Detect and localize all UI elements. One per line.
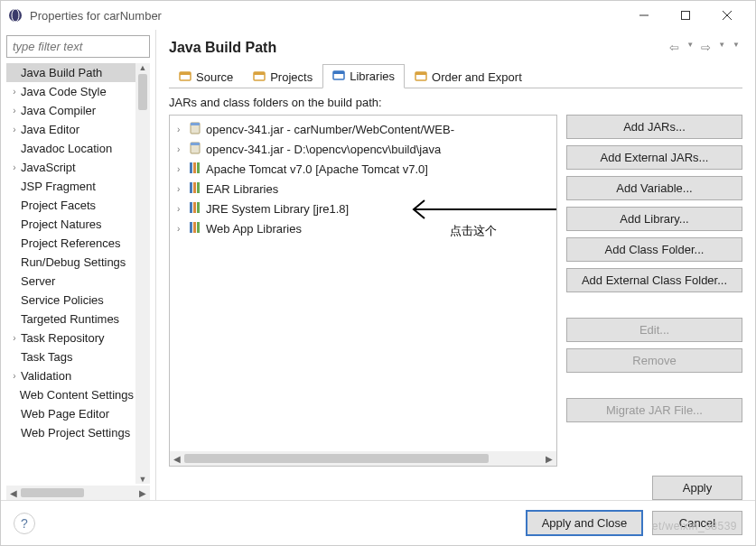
tab-label: Order and Export: [432, 70, 522, 84]
sidebar-item-label: Task Tags: [21, 350, 73, 364]
svg-rect-13: [415, 72, 426, 75]
library-icon: [188, 180, 206, 198]
nav-back-icon[interactable]: ⇦: [667, 39, 682, 56]
sidebar-item-label: Targeted Runtimes: [21, 312, 119, 326]
svg-rect-19: [193, 162, 196, 173]
sidebar-item-label: Server: [21, 274, 55, 288]
sidebar-item-label: Java Code Style: [21, 85, 107, 98]
tab-order-and-export[interactable]: Order and Export: [405, 64, 532, 88]
sidebar-item-java-compiler[interactable]: ›Java Compiler: [6, 101, 135, 120]
list-item[interactable]: ›EAR Libraries: [170, 179, 556, 199]
list-item[interactable]: ›opencv-341.jar - D:\opencv\opencv\build…: [170, 139, 556, 159]
remove-button[interactable]: Remove: [566, 348, 742, 373]
category-tree[interactable]: Java Build Path›Java Code Style›Java Com…: [6, 63, 135, 484]
maximize-button[interactable]: [665, 3, 706, 28]
migrate-jar-button[interactable]: Migrate JAR File...: [566, 398, 742, 422]
nav-forward-icon[interactable]: ⇨: [698, 39, 714, 56]
sidebar-item-targeted-runtimes[interactable]: Targeted Runtimes: [6, 310, 135, 329]
jar-list[interactable]: ›opencv-341.jar - carNumber/WebContent/W…: [169, 115, 557, 467]
sidebar-item-web-project-settings[interactable]: Web Project Settings: [6, 423, 135, 442]
nav-history: ⇦▼ ⇨▼ ▼: [667, 39, 742, 56]
sidebar-item-jsp-fragment[interactable]: JSP Fragment: [6, 177, 135, 196]
dropdown-icon[interactable]: ▼: [684, 39, 696, 56]
tab-label: Source: [196, 70, 233, 84]
jar-icon: [188, 121, 206, 138]
main-panel: Java Build Path ⇦▼ ⇨▼ ▼ SourceProjectsLi…: [156, 30, 755, 500]
tab-libraries[interactable]: Libraries: [322, 64, 405, 88]
list-scrollbar-horizontal[interactable]: ◀▶: [170, 451, 556, 466]
sidebar-item-label: Java Build Path: [21, 66, 102, 79]
add-external-class-folder-button[interactable]: Add External Class Folder...: [566, 268, 742, 292]
add-library-button[interactable]: Add Library...: [566, 207, 742, 231]
list-item-label: JRE System Library [jre1.8]: [206, 202, 349, 216]
apply-button[interactable]: Apply: [652, 476, 742, 500]
sidebar-item-label: Service Policies: [21, 293, 104, 307]
chevron-right-icon: ›: [177, 224, 188, 234]
sidebar-item-web-page-editor[interactable]: Web Page Editor: [6, 404, 135, 423]
titlebar: Properties for carNumber: [1, 1, 755, 30]
dropdown-icon[interactable]: ▼: [730, 39, 742, 56]
list-item[interactable]: ›Apache Tomcat v7.0 [Apache Tomcat v7.0]: [170, 159, 556, 179]
sidebar-scrollbar-horizontal[interactable]: ◀ ▶: [6, 486, 150, 500]
sidebar-item-java-build-path[interactable]: Java Build Path: [6, 63, 135, 82]
svg-point-0: [9, 9, 22, 22]
sidebar-item-web-content-settings[interactable]: Web Content Settings: [6, 385, 135, 404]
dropdown-icon[interactable]: ▼: [715, 39, 728, 56]
edit-button[interactable]: Edit...: [566, 318, 742, 342]
tab-icon: [253, 69, 266, 85]
help-icon[interactable]: ?: [14, 513, 35, 534]
add-variable-button[interactable]: Add Variable...: [566, 176, 742, 200]
close-button[interactable]: [706, 3, 748, 28]
sidebar-item-project-facets[interactable]: Project Facets: [6, 196, 135, 215]
filter-input[interactable]: [6, 35, 150, 58]
list-item[interactable]: ›Web App Libraries: [170, 218, 556, 238]
sidebar-item-label: Web Project Settings: [21, 426, 130, 440]
svg-rect-15: [191, 123, 200, 125]
list-item-label: Apache Tomcat v7.0 [Apache Tomcat v7.0]: [206, 162, 428, 176]
sidebar-item-project-references[interactable]: Project References: [6, 234, 135, 253]
list-item-label: opencv-341.jar - D:\opencv\opencv\build\…: [206, 143, 441, 156]
list-item[interactable]: ›JRE System Library [jre1.8]: [170, 199, 556, 218]
sidebar-item-run-debug-settings[interactable]: Run/Debug Settings: [6, 253, 135, 272]
sidebar: Java Build Path›Java Code Style›Java Com…: [1, 30, 156, 500]
tab-label: Projects: [270, 70, 313, 84]
sidebar-scrollbar-vertical[interactable]: ▲ ▼: [135, 63, 150, 484]
sidebar-item-label: Java Editor: [21, 123, 79, 136]
sidebar-item-label: Web Page Editor: [21, 407, 109, 421]
chevron-right-icon: ›: [8, 125, 21, 134]
sidebar-item-task-repository[interactable]: ›Task Repository: [6, 329, 135, 347]
sidebar-item-project-natures[interactable]: Project Natures: [6, 215, 135, 234]
svg-rect-7: [180, 72, 191, 75]
svg-rect-9: [254, 72, 265, 75]
sidebar-item-validation[interactable]: ›Validation: [6, 366, 135, 385]
chevron-right-icon: ›: [8, 371, 21, 381]
sidebar-item-java-code-style[interactable]: ›Java Code Style: [6, 82, 135, 101]
add-jars-button[interactable]: Add JARs...: [566, 115, 742, 139]
sidebar-item-java-editor[interactable]: ›Java Editor: [6, 120, 135, 139]
minimize-button[interactable]: [623, 3, 665, 28]
dialog-footer: ? Apply and Close Cancel: [1, 500, 755, 545]
sidebar-item-task-tags[interactable]: Task Tags: [6, 347, 135, 366]
sidebar-item-javascript[interactable]: ›JavaScript: [6, 158, 135, 177]
sidebar-item-label: Task Repository: [21, 331, 104, 345]
tab-source[interactable]: Source: [169, 64, 243, 88]
add-external-jars-button[interactable]: Add External JARs...: [566, 145, 742, 170]
chevron-right-icon: ›: [177, 164, 188, 174]
tab-label: Libraries: [350, 69, 395, 83]
add-class-folder-button[interactable]: Add Class Folder...: [566, 237, 742, 262]
eclipse-icon: [8, 8, 23, 23]
sidebar-item-service-policies[interactable]: Service Policies: [6, 291, 135, 310]
svg-rect-18: [190, 162, 192, 173]
list-item[interactable]: ›opencv-341.jar - carNumber/WebContent/W…: [170, 119, 556, 139]
sidebar-item-server[interactable]: Server: [6, 272, 135, 291]
cancel-button[interactable]: Cancel: [652, 511, 742, 535]
svg-rect-26: [197, 202, 200, 213]
chevron-right-icon: ›: [8, 333, 21, 343]
svg-rect-25: [193, 202, 196, 213]
apply-and-close-button[interactable]: Apply and Close: [526, 510, 643, 536]
list-item-label: Web App Libraries: [206, 222, 302, 236]
sidebar-item-label: JavaScript: [21, 161, 76, 174]
sidebar-item-javadoc-location[interactable]: Javadoc Location: [6, 139, 135, 158]
tab-projects[interactable]: Projects: [243, 64, 322, 88]
library-icon: [188, 161, 206, 178]
